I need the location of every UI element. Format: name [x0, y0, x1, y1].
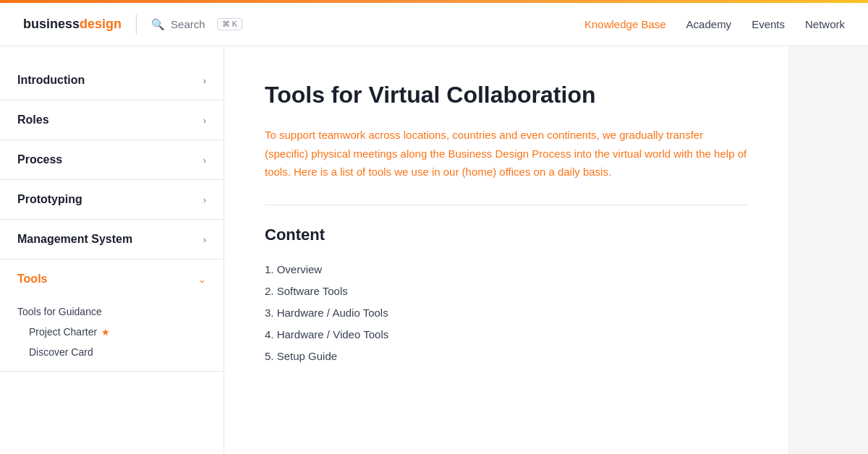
content-list: 1. Overview 2. Software Tools 3. Hardwar…	[265, 259, 748, 367]
chevron-right-icon: ›	[203, 194, 206, 205]
intro-paragraph: To support teamwork across locations, co…	[265, 126, 748, 181]
sidebar-label-process: Process	[17, 153, 62, 166]
chevron-right-icon: ›	[203, 75, 206, 86]
sidebar-subitem-discover-card-label: Discover Card	[29, 346, 93, 358]
sidebar-label-tools: Tools	[17, 273, 47, 286]
sidebar-subitem-project-charter[interactable]: Project Charter ★	[0, 322, 224, 342]
search-bar[interactable]: 🔍 Search ⌘ K	[151, 18, 242, 31]
sidebar-item-header-roles[interactable]: Roles ›	[0, 100, 224, 140]
logo-divider	[136, 14, 137, 35]
sidebar-item-roles[interactable]: Roles ›	[0, 100, 224, 140]
sidebar-label-introduction: Introduction	[17, 74, 85, 87]
main-nav: Knowledge Base Academy Events Network	[584, 18, 845, 30]
header-left: business design 🔍 Search ⌘ K	[23, 14, 242, 35]
sidebar-item-header-process[interactable]: Process ›	[0, 140, 224, 179]
sidebar: Introduction › Roles › Process › Prototy…	[0, 46, 224, 454]
list-item: 5. Setup Guide	[265, 346, 748, 367]
search-icon: 🔍	[151, 18, 165, 31]
nav-knowledge-base[interactable]: Knowledge Base	[584, 18, 666, 30]
chevron-down-icon: ⌄	[198, 274, 206, 285]
nav-network[interactable]: Network	[805, 18, 845, 30]
chevron-right-icon: ›	[203, 234, 206, 245]
nav-academy[interactable]: Academy	[686, 18, 732, 30]
logo-design: design	[80, 17, 122, 32]
chevron-right-icon: ›	[203, 115, 206, 126]
sidebar-tools-subitems: Tools for Guidance Project Charter ★ Dis…	[0, 299, 224, 371]
nav-events[interactable]: Events	[752, 18, 785, 30]
header: business design 🔍 Search ⌘ K Knowledge B…	[0, 3, 868, 46]
list-item: 1. Overview	[265, 259, 748, 280]
main-content: Tools for Virtual Collaboration To suppo…	[224, 46, 788, 454]
sidebar-label-management: Management System	[17, 233, 132, 246]
search-keyboard-shortcut: ⌘ K	[217, 18, 242, 30]
page-title: Tools for Virtual Collaboration	[265, 81, 748, 108]
sidebar-item-header-tools[interactable]: Tools ⌄	[0, 260, 224, 299]
content-section-title: Content	[265, 226, 748, 244]
logo-text: business	[23, 17, 80, 32]
list-item: 3. Hardware / Audio Tools	[265, 302, 748, 324]
divider	[265, 205, 748, 205]
sidebar-item-header-prototyping[interactable]: Prototyping ›	[0, 180, 224, 219]
sidebar-item-introduction[interactable]: Introduction ›	[0, 61, 224, 100]
sidebar-item-prototyping[interactable]: Prototyping ›	[0, 180, 224, 220]
sidebar-item-header-management[interactable]: Management System ›	[0, 220, 224, 259]
kbd-text: ⌘ K	[222, 20, 237, 29]
sidebar-item-header-introduction[interactable]: Introduction ›	[0, 61, 224, 100]
sidebar-label-prototyping: Prototyping	[17, 193, 82, 206]
sidebar-subitem-project-charter-label: Project Charter	[29, 326, 97, 338]
sidebar-item-tools[interactable]: Tools ⌄ Tools for Guidance Project Chart…	[0, 260, 224, 372]
sidebar-subitem-discover-card[interactable]: Discover Card	[0, 342, 224, 362]
sidebar-item-process[interactable]: Process ›	[0, 140, 224, 180]
logo[interactable]: business design	[23, 17, 122, 32]
sidebar-subitem-tools-guidance[interactable]: Tools for Guidance	[0, 301, 224, 322]
sidebar-item-management-system[interactable]: Management System ›	[0, 220, 224, 260]
list-item: 4. Hardware / Video Tools	[265, 324, 748, 346]
page-layout: Introduction › Roles › Process › Prototy…	[0, 46, 868, 454]
sidebar-label-roles: Roles	[17, 113, 49, 127]
search-label: Search	[171, 18, 205, 30]
list-item: 2. Software Tools	[265, 280, 748, 302]
star-icon: ★	[101, 327, 110, 338]
chevron-right-icon: ›	[203, 155, 206, 166]
